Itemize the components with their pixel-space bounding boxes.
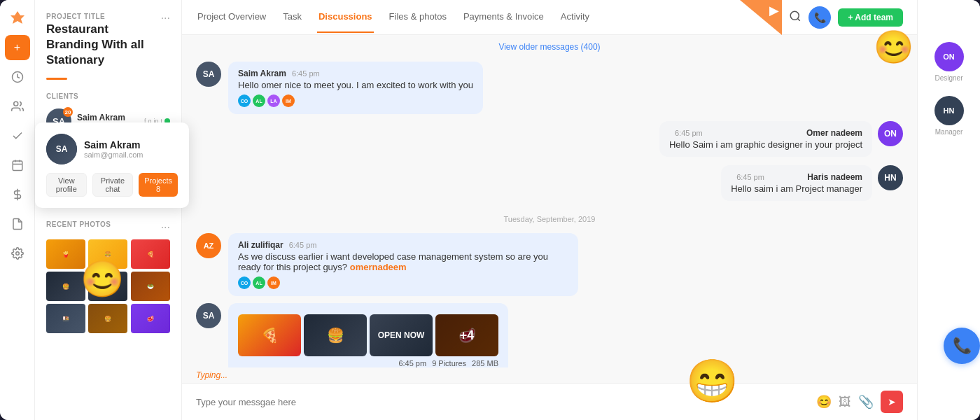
- msg-photo-1[interactable]: 🍕: [238, 314, 301, 356]
- reaction-la: LA: [267, 94, 280, 107]
- send-button[interactable]: ➤: [881, 391, 903, 413]
- floating-call-button[interactable]: 📞: [944, 328, 980, 364]
- msg-time-photo: 6:45 pm: [398, 359, 426, 368]
- person-card-designer: ON Designer: [934, 42, 964, 82]
- message-input[interactable]: [196, 397, 809, 407]
- msg-avatar-4: AZ: [196, 233, 221, 258]
- chat-area[interactable]: View older messages (400) SA Saim Akram …: [182, 35, 917, 368]
- popup-avatar: SA: [46, 134, 77, 164]
- reaction-im: IM: [282, 94, 295, 107]
- tab-task[interactable]: Task: [281, 1, 303, 33]
- person-avatar-designer: ON: [934, 42, 964, 71]
- project-title: Restaurant Branding With all Stationary: [46, 22, 161, 68]
- projects-button[interactable]: Projects 8: [139, 173, 178, 197]
- msg-photo-info: 6:45 pm 9 Pictures 285 MB: [238, 359, 498, 368]
- photo-stats: 6:45 pm 9 Pictures 285 MB: [238, 359, 498, 368]
- photos-menu-dots[interactable]: ···: [161, 222, 170, 233]
- svg-point-8: [791, 11, 799, 20]
- photo-cell-2[interactable]: 🍔: [88, 239, 127, 269]
- photos-grid: 🍟 🍔 🍕 🍔 🍔 🥗 🍱: [46, 239, 170, 333]
- photo-inner-2: 🍔: [88, 239, 127, 269]
- add-team-button[interactable]: + Add team: [838, 8, 903, 27]
- msg-header-4: Ali zulifiqar 6:45 pm: [238, 240, 568, 250]
- photo-bubble: 🍕 🍔 OPEN NOW 🥩 +4: [228, 303, 508, 368]
- input-actions: 😊 🖼 📎 ➤: [816, 391, 903, 413]
- photo-inner-5: 🍔: [88, 272, 127, 301]
- photo-cell-9[interactable]: 🥩: [131, 304, 170, 333]
- msg-sender-3: Haris nadeem: [807, 172, 862, 182]
- calendar-icon[interactable]: [5, 153, 30, 178]
- clients-label: CLIENTS: [46, 92, 170, 100]
- billing-icon[interactable]: [5, 182, 30, 207]
- msg-photo-2[interactable]: 🍔: [304, 314, 367, 356]
- msg-text-1: Hello omer nice to meet you. I am excite…: [238, 80, 473, 90]
- client-name-saim: Saim Akram: [77, 113, 125, 122]
- tab-activity[interactable]: Activity: [559, 1, 591, 33]
- users-icon[interactable]: [5, 94, 30, 119]
- photo-cell-1[interactable]: 🍟: [46, 239, 85, 269]
- msg-bubble-3: 6:45 pm Haris nadeem Hello saim i am Pro…: [721, 165, 872, 201]
- svg-point-7: [15, 252, 19, 255]
- msg-photo-4-overlay[interactable]: 🥩 +4: [435, 314, 498, 356]
- msg-text-3: Hello saim i am Project manager: [731, 183, 862, 194]
- photo-inner-8: 🍔: [88, 304, 127, 333]
- tab-discussions[interactable]: Discussions: [317, 1, 374, 33]
- search-button[interactable]: [789, 10, 802, 25]
- photos-grid-msg: 🍕 🍔 OPEN NOW 🥩 +4: [238, 314, 498, 356]
- reaction2-co: CO: [238, 276, 251, 289]
- svg-point-1: [13, 102, 18, 106]
- user-popup-header: SA Saim Akram saim@gmail.com: [46, 134, 178, 164]
- tab-files-photos[interactable]: Files & photos: [388, 1, 448, 33]
- attachment-button[interactable]: 📎: [858, 394, 874, 410]
- person-card-manager: HN Manager: [934, 96, 964, 136]
- reaction-co: CO: [238, 94, 251, 107]
- dashboard-icon[interactable]: [5, 64, 30, 90]
- msg-bubble-1: Saim Akram 6:45 pm Hello omer nice to me…: [228, 62, 483, 114]
- right-messages: ON 6:45 pm Omer nadeem Hello Saim i am g…: [196, 121, 903, 205]
- msg-header-1: Saim Akram 6:45 pm: [238, 69, 473, 78]
- reaction2-al: AL: [253, 276, 265, 289]
- view-profile-button[interactable]: View profile: [46, 173, 87, 197]
- photo-inner-6: 🥗: [131, 272, 170, 301]
- photo-inner-9: 🥩: [131, 304, 170, 333]
- photo-cell-8[interactable]: 🍔: [88, 304, 127, 333]
- photo-inner-3: 🍕: [131, 239, 170, 269]
- photo-cell-6[interactable]: 🥗: [131, 272, 170, 301]
- msg-avatar-1: SA: [196, 62, 221, 87]
- settings-icon[interactable]: [5, 241, 30, 266]
- msg-text-2: Hello Saim i am graphic designer in your…: [669, 139, 862, 150]
- photo-cell-7[interactable]: 🍱: [46, 304, 85, 333]
- client-badge-saim: 20: [63, 107, 73, 117]
- popup-email: saim@gmail.com: [84, 150, 144, 159]
- logo-icon[interactable]: [5, 6, 30, 31]
- add-icon[interactable]: +: [5, 35, 30, 60]
- icon-sidebar: +: [0, 0, 35, 420]
- project-underline: [46, 78, 67, 80]
- tab-project-overview[interactable]: Project Overview: [196, 1, 267, 33]
- tab-payments[interactable]: Payments & Invoice: [462, 1, 545, 33]
- image-button[interactable]: 🖼: [839, 395, 851, 410]
- msg-avatar-photo: SA: [196, 303, 221, 328]
- photo-cell-4[interactable]: 🍔: [46, 272, 85, 301]
- photo-cell-3[interactable]: 🍕: [131, 239, 170, 269]
- view-older-messages[interactable]: View older messages (400): [196, 42, 903, 52]
- call-button[interactable]: 📞: [808, 6, 831, 29]
- photo-cell-5[interactable]: 🍔: [88, 272, 127, 301]
- checkmark-icon[interactable]: [5, 123, 30, 148]
- document-icon[interactable]: [5, 211, 30, 237]
- highlighted-name: omernadeem: [350, 262, 407, 272]
- photo-size: 285 MB: [472, 359, 498, 368]
- emoji-button[interactable]: 😊: [816, 394, 832, 410]
- project-sidebar: PROJECT TITLE Restaurant Branding With a…: [35, 0, 182, 420]
- private-chat-button[interactable]: Private chat: [92, 173, 134, 197]
- project-menu-dots[interactable]: ···: [161, 13, 170, 24]
- popup-name: Saim Akram: [84, 139, 144, 150]
- popup-info: Saim Akram saim@gmail.com: [84, 139, 144, 159]
- msg-photo-3[interactable]: OPEN NOW: [370, 314, 433, 356]
- msg-content-4: Ali zulifiqar 6:45 pm As we discuss earl…: [228, 233, 578, 296]
- message-row-3: HN 6:45 pm Haris nadeem Hello saim i am …: [721, 165, 903, 205]
- person-role-manager: Manager: [935, 128, 962, 136]
- msg-content-1: Saim Akram 6:45 pm Hello omer nice to me…: [228, 62, 483, 114]
- msg-reactions-4: CO AL IM: [238, 276, 568, 289]
- message-input-area: 😊 🖼 📎 ➤: [182, 383, 917, 420]
